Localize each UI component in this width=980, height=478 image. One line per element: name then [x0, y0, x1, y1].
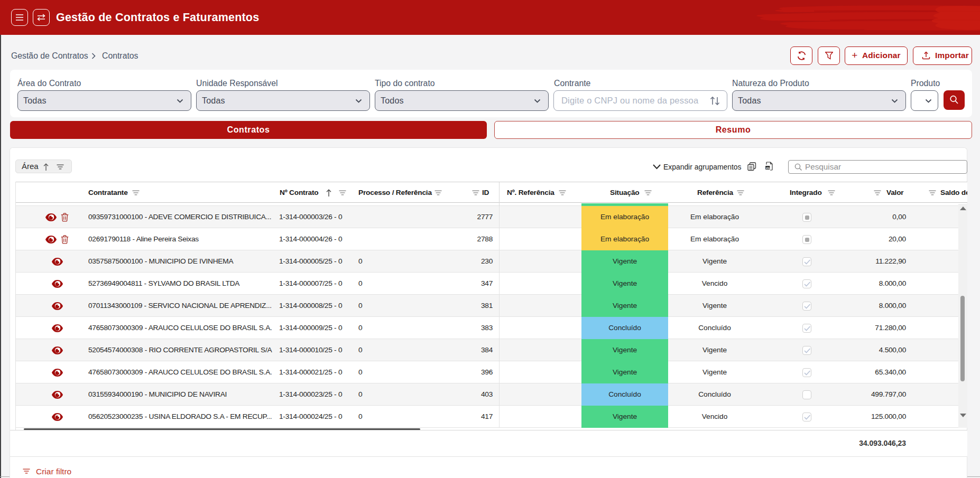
- svg-text:xlsx: xlsx: [766, 166, 771, 170]
